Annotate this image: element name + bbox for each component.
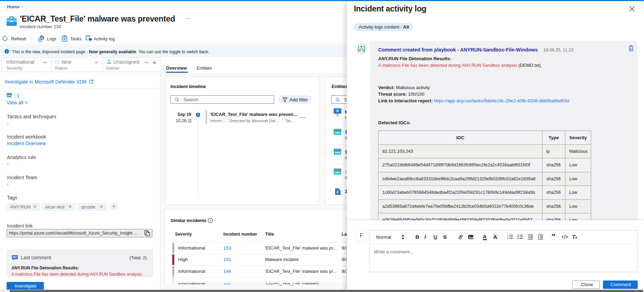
svg-text:3: 3: [507, 238, 508, 239]
svg-text:#: #: [336, 190, 339, 194]
